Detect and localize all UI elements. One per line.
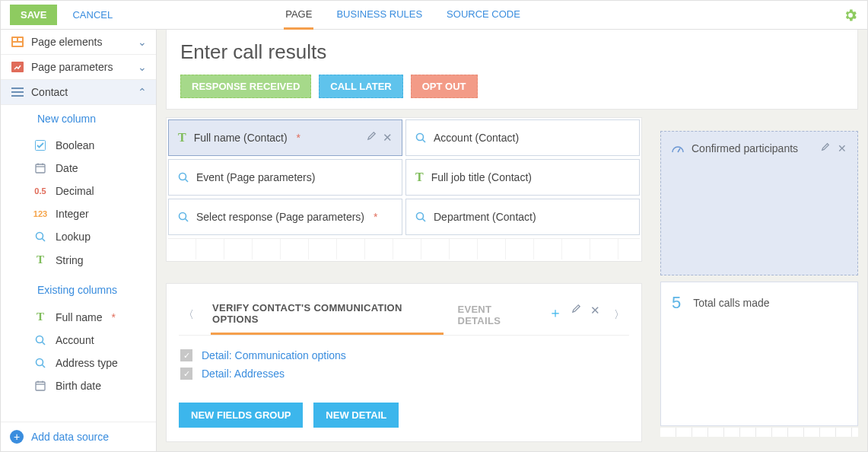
widget-confirmed-participants[interactable]: Confirmed participants ✕ bbox=[660, 131, 858, 275]
required-icon: * bbox=[297, 132, 300, 144]
svg-rect-19 bbox=[36, 382, 45, 390]
svg-rect-5 bbox=[11, 88, 24, 89]
type-decimal[interactable]: 0.5 Decimal bbox=[28, 180, 156, 202]
tabs-panel: 〈 VERIFY CONTACT'S COMMUNICATION OPTIONS… bbox=[166, 283, 642, 442]
field-label: Full name (Contact) bbox=[194, 132, 288, 144]
page-title: Enter call results bbox=[180, 40, 844, 64]
col-label: Account bbox=[56, 334, 94, 346]
svg-line-30 bbox=[423, 219, 426, 222]
save-button[interactable]: SAVE bbox=[10, 5, 57, 25]
svg-point-29 bbox=[417, 213, 424, 220]
svg-line-14 bbox=[43, 239, 46, 242]
boolean-icon bbox=[33, 140, 48, 151]
existing-account[interactable]: Account bbox=[28, 329, 156, 352]
widget-total-calls[interactable]: 5 Total calls made bbox=[660, 282, 858, 426]
string-icon: T bbox=[33, 253, 48, 266]
close-icon[interactable]: ✕ bbox=[838, 142, 847, 154]
decimal-icon: 0.5 bbox=[33, 186, 48, 196]
svg-point-27 bbox=[180, 213, 186, 220]
svg-line-24 bbox=[423, 140, 426, 143]
existing-columns-heading: Existing columns bbox=[1, 276, 156, 301]
tab-event-details[interactable]: EVENT DETAILS bbox=[456, 296, 536, 334]
detail-communication-options[interactable]: ✓ Detail: Communication options bbox=[179, 343, 629, 361]
tab-source-code[interactable]: SOURCE CODE bbox=[445, 1, 522, 30]
type-label: String bbox=[56, 254, 84, 266]
button-call-later[interactable]: CALL LATER bbox=[319, 75, 402, 98]
add-tab-icon[interactable]: ＋ bbox=[548, 304, 562, 326]
header-panel: Enter call results RESPONSE RECEIVED CAL… bbox=[166, 30, 858, 110]
add-ds-label: Add data source bbox=[31, 431, 109, 443]
field-label: Department (Contact) bbox=[434, 211, 536, 223]
button-response-received[interactable]: RESPONSE RECEIVED bbox=[180, 75, 311, 98]
date-icon bbox=[33, 380, 48, 391]
delete-tab-icon[interactable]: ✕ bbox=[590, 304, 600, 326]
sidebar-label: Page parameters bbox=[31, 61, 113, 73]
field-account[interactable]: Account (Contact) bbox=[405, 119, 640, 156]
svg-point-23 bbox=[417, 134, 424, 141]
type-label: Decimal bbox=[56, 185, 94, 197]
sidebar: Page elements ⌄ Page parameters ⌄ Contac… bbox=[1, 30, 157, 451]
svg-line-31 bbox=[678, 148, 680, 152]
lookup-icon bbox=[415, 212, 426, 222]
type-integer[interactable]: 123 Integer bbox=[28, 202, 156, 225]
sidebar-item-page-parameters[interactable]: Page parameters ⌄ bbox=[1, 55, 156, 80]
type-boolean[interactable]: Boolean bbox=[28, 134, 156, 157]
string-icon: T bbox=[33, 310, 48, 323]
chevron-down-icon: ⌄ bbox=[138, 36, 147, 48]
svg-line-28 bbox=[186, 219, 189, 222]
svg-rect-2 bbox=[18, 38, 22, 41]
required-icon: * bbox=[111, 311, 115, 323]
svg-rect-1 bbox=[13, 38, 17, 41]
cancel-button[interactable]: CANCEL bbox=[62, 5, 123, 25]
tab-business-rules[interactable]: BUSINESS RULES bbox=[335, 1, 424, 30]
button-opt-out[interactable]: OPT OUT bbox=[411, 75, 478, 98]
svg-line-16 bbox=[43, 342, 46, 345]
grid-drop-zone[interactable] bbox=[168, 238, 640, 259]
tab-next-icon[interactable]: 〉 bbox=[609, 304, 629, 326]
sidebar-item-page-elements[interactable]: Page elements ⌄ bbox=[1, 30, 156, 55]
edit-icon[interactable] bbox=[821, 142, 830, 154]
detail-addresses[interactable]: ✓ Detail: Addresses bbox=[179, 361, 629, 380]
chevron-down-icon: ⌄ bbox=[138, 61, 147, 73]
existing-full-name[interactable]: T Full name* bbox=[28, 305, 156, 329]
sidebar-item-contact[interactable]: Contact ⌃ bbox=[1, 80, 156, 105]
add-data-source-button[interactable]: + Add data source bbox=[1, 422, 156, 451]
lookup-icon bbox=[178, 212, 189, 222]
tab-prev-icon[interactable]: 〈 bbox=[179, 304, 199, 326]
existing-birth-date[interactable]: Birth date bbox=[28, 374, 156, 397]
field-job-title[interactable]: T Full job title (Contact) bbox=[405, 159, 640, 196]
svg-line-26 bbox=[186, 180, 189, 183]
close-icon[interactable]: ✕ bbox=[383, 131, 393, 145]
field-department[interactable]: Department (Contact) bbox=[405, 199, 640, 235]
svg-rect-9 bbox=[36, 164, 45, 173]
new-detail-button[interactable]: NEW DETAIL bbox=[313, 403, 399, 428]
tab-page[interactable]: PAGE bbox=[284, 1, 313, 30]
widget-drop-zone[interactable] bbox=[660, 428, 858, 437]
existing-address-type[interactable]: Address type bbox=[28, 352, 156, 374]
field-event[interactable]: Event (Page parameters) bbox=[168, 159, 402, 196]
fields-grid: T Full name (Contact)* ✕ Account (Contac… bbox=[166, 117, 642, 262]
lookup-icon bbox=[33, 358, 48, 368]
plus-icon: + bbox=[10, 430, 24, 444]
field-label: Account (Contact) bbox=[434, 132, 519, 144]
date-icon bbox=[33, 163, 48, 173]
detail-label: Detail: Addresses bbox=[202, 368, 285, 380]
new-fields-group-button[interactable]: NEW FIELDS GROUP bbox=[179, 403, 303, 428]
type-lookup[interactable]: Lookup bbox=[28, 225, 156, 248]
type-label: Date bbox=[56, 162, 78, 174]
checkbox-icon: ✓ bbox=[180, 349, 192, 361]
svg-point-17 bbox=[37, 359, 43, 366]
field-select-response[interactable]: Select response (Page parameters)* bbox=[168, 199, 402, 235]
type-date[interactable]: Date bbox=[28, 157, 156, 180]
checkbox-icon: ✓ bbox=[180, 368, 192, 380]
type-string[interactable]: T String bbox=[28, 248, 156, 272]
edit-icon[interactable] bbox=[367, 131, 377, 145]
tab-verify-contact[interactable]: VERIFY CONTACT'S COMMUNICATION OPTIONS bbox=[211, 294, 444, 335]
edit-tab-icon[interactable] bbox=[571, 304, 581, 326]
string-icon: T bbox=[415, 170, 424, 184]
integer-icon: 123 bbox=[33, 209, 48, 218]
field-full-name[interactable]: T Full name (Contact)* ✕ bbox=[168, 119, 402, 156]
gear-icon[interactable] bbox=[843, 8, 858, 23]
lookup-icon bbox=[178, 172, 189, 183]
svg-point-15 bbox=[37, 336, 43, 343]
